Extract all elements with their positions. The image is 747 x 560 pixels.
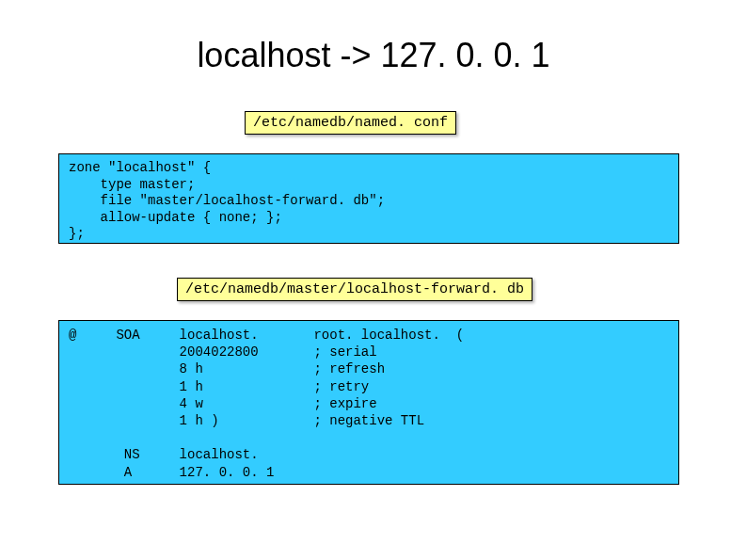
file-label-localhost-forward-db: /etc/namedb/master/localhost-forward. db — [177, 278, 532, 301]
slide: localhost -> 127. 0. 0. 1 /etc/namedb/na… — [0, 0, 747, 560]
code-block-named-conf: zone "localhost" { type master; file "ma… — [58, 153, 679, 244]
file-label-named-conf: /etc/namedb/named. conf — [245, 111, 456, 135]
slide-title: localhost -> 127. 0. 0. 1 — [0, 36, 747, 75]
code-block-localhost-forward-db: @ SOA localhost. root. localhost. ( 2004… — [58, 320, 679, 485]
